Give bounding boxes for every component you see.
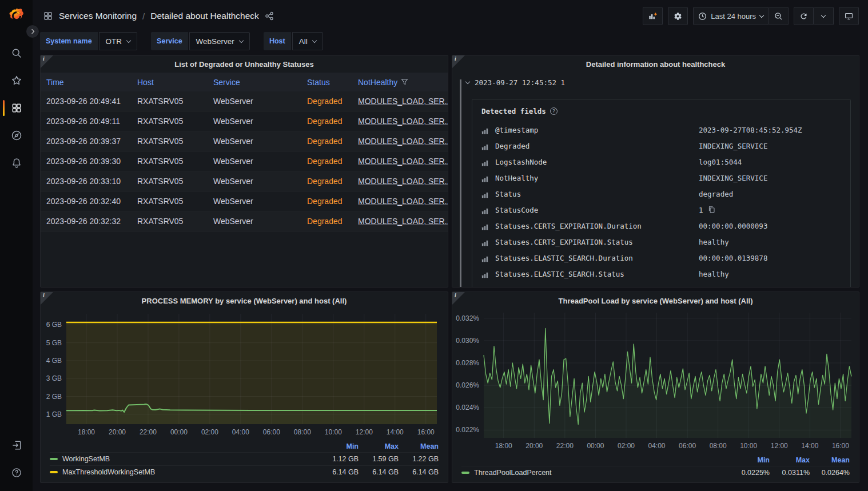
sidebar-expand-button[interactable] [26,25,39,38]
dashboards-grid-icon [11,102,22,114]
variable-label[interactable]: Host [264,32,291,50]
field-stats-icon[interactable] [481,125,495,137]
log-row[interactable]: 2023-09-27 12:45:52 1 [459,78,851,87]
column-header-nothealthy[interactable]: NotHealthy [352,78,448,87]
detected-field-row[interactable]: Statuses.CERTS_EXPIRATION.Status healthy [481,235,842,251]
series-name[interactable]: WorkingSetMB [62,455,318,463]
detected-field-row[interactable]: LogstashNode log01:5044 [481,155,842,171]
nothealthy-link[interactable]: MODULES_LOAD, SER... [358,137,448,146]
time-range-picker[interactable]: Last 24 hours [693,7,769,25]
sidebar-item-starred[interactable] [0,67,33,94]
cell-host: RXATSRV05 [132,197,208,206]
table-row[interactable]: 2023-09-26 20:49:11 RXATSRV05 WebServer … [41,111,448,131]
field-stats-icon[interactable] [481,269,495,281]
panel-title[interactable]: PROCESS MEMORY by service (WebServer) an… [142,297,347,305]
series-name[interactable]: MaxThresholdWorkingSetMB [62,468,318,476]
table-row[interactable]: 2023-09-26 20:32:40 RXATSRV05 WebServer … [41,191,448,211]
column-header-service[interactable]: Service [208,78,301,87]
threadpool-chart[interactable]: 0.022%0.024%0.026%0.028%0.030%0.032%18:0… [452,309,859,454]
refresh-button[interactable] [794,7,814,25]
detected-field-row[interactable]: Status degraded [481,187,842,203]
detected-field-row[interactable]: Statuses.ELASTIC_SEARCH.Duration 00:00:0… [481,251,842,267]
detected-field-row[interactable]: Statuses.CERTS_EXPIRATION.Duration 00:00… [481,219,842,235]
field-stats-icon[interactable] [481,285,495,287]
table-row[interactable]: 2023-09-26 20:33:10 RXATSRV05 WebServer … [41,171,448,191]
panel-title[interactable]: Detailed information about healthcheck [586,60,725,69]
legend-stat-mean[interactable]: Mean [399,442,439,450]
detected-field-row[interactable]: StatusCode 1 [481,203,842,219]
share-button[interactable] [265,11,274,21]
variable-value-dropdown[interactable]: OTR [99,32,138,50]
nothealthy-link[interactable]: MODULES_LOAD, SER... [358,177,448,186]
copy-icon[interactable] [708,206,715,213]
table-row[interactable]: 2023-09-26 20:39:30 RXATSRV05 WebServer … [41,151,448,171]
sidebar-item-sign-in[interactable] [0,432,33,459]
field-stats-icon[interactable] [481,237,495,249]
panel-title[interactable]: List of Degraded or Unhealthy Statuses [174,60,313,69]
cell-time: 2023-09-26 20:49:41 [41,97,132,106]
panel-info-corner[interactable]: i [41,55,53,68]
table-row[interactable]: 2023-09-26 20:39:37 RXATSRV05 WebServer … [41,131,448,151]
nothealthy-link[interactable]: MODULES_LOAD, SER... [358,197,448,206]
legend-stat-max[interactable]: Max [359,442,399,450]
detected-field-row[interactable]: NotHealthy INDEXING_SERVICE [481,171,842,187]
legend-stat-max[interactable]: Max [770,456,810,464]
table-row[interactable]: 2023-09-26 20:49:41 RXATSRV05 WebServer … [41,91,448,111]
filter-funnel-icon[interactable] [401,78,408,86]
breadcrumb-page[interactable]: Detailed about Healthcheck [150,11,259,21]
column-header-time[interactable]: Time [41,78,132,87]
question-circle-icon[interactable]: ? [550,107,558,115]
sidebar-item-search[interactable] [0,39,33,67]
table-row[interactable]: 2023-09-26 20:32:32 RXATSRV05 WebServer … [41,211,448,231]
series-name[interactable]: ThreadPoolLoadPercent [474,469,730,477]
nothealthy-link[interactable]: MODULES_LOAD, SER... [358,97,448,106]
detected-field-row[interactable]: Degraded INDEXING_SERVICE [481,139,842,155]
cell-nothealthy: MODULES_LOAD, SER... [352,177,448,186]
dashboard-settings-button[interactable] [668,7,688,25]
process-memory-chart[interactable]: 1 GB2 GB3 GB4 GB5 GB6 GB18:0020:0022:000… [41,309,448,440]
chevron-down-icon [312,38,316,42]
field-stats-icon[interactable] [481,205,495,217]
panel-header: i ThreadPool Load by service (WebServer)… [452,292,859,309]
field-stats-icon[interactable] [481,157,495,169]
breadcrumb-separator: / [142,11,145,21]
column-header-status[interactable]: Status [301,78,352,87]
sidebar-item-explore[interactable] [0,122,33,149]
variable-value-dropdown[interactable]: All [292,32,323,50]
variable-label[interactable]: System name [40,32,98,50]
sidebar-item-alerting[interactable] [0,149,33,177]
sidebar-item-help[interactable] [0,459,33,486]
panel-info-corner[interactable]: i [41,292,53,305]
variable-label[interactable]: Service [151,32,188,50]
sidebar-item-dashboards[interactable] [0,94,33,122]
detected-field-row[interactable]: Statuses.INDEXING_SERVICE.Description In… [481,283,842,287]
panel-title[interactable]: ThreadPool Load by service (WebServer) a… [559,297,753,305]
field-stats-icon[interactable] [481,189,495,201]
add-panel-button[interactable] [643,7,663,25]
zoom-out-time-button[interactable] [769,7,789,25]
field-stats-icon[interactable] [481,253,495,265]
legend-stat-min[interactable]: Min [730,456,770,464]
legend-stat-min[interactable]: Min [318,442,359,450]
legend-stat-mean[interactable]: Mean [810,456,850,464]
kiosk-mode-button[interactable] [839,7,859,25]
detected-field-row[interactable]: @timestamp 2023-09-27T08:45:52.954Z [481,123,842,139]
panel-info-corner[interactable]: i [452,55,465,68]
field-stats-icon[interactable] [481,141,495,153]
field-stats-icon[interactable] [481,173,495,185]
grafana-logo-icon[interactable] [8,7,25,25]
nothealthy-link[interactable]: MODULES_LOAD, SER... [358,157,448,166]
panel-info-corner[interactable]: i [452,292,465,305]
refresh-interval-button[interactable] [814,7,834,25]
field-stats-icon[interactable] [481,221,495,233]
nothealthy-link[interactable]: MODULES_LOAD, SER... [358,117,448,126]
variable-value-dropdown[interactable]: WebServer [189,32,250,50]
legend-series-row[interactable]: MaxThresholdWorkingSetMB6.14 GB6.14 GB6.… [50,465,439,478]
breadcrumb-dashboard[interactable]: Services Monitoring [59,11,137,21]
detected-field-row[interactable]: Statuses.ELASTIC_SEARCH.Status healthy [481,267,842,283]
svg-text:04:00: 04:00 [648,442,666,450]
nothealthy-link[interactable]: MODULES_LOAD, SER... [358,217,448,226]
column-header-host[interactable]: Host [132,78,208,87]
legend-series-row[interactable]: ThreadPoolLoadPercent0.0225%0.0311%0.026… [461,466,850,479]
legend-series-row[interactable]: WorkingSetMB1.12 GB1.59 GB1.22 GB [50,452,439,465]
